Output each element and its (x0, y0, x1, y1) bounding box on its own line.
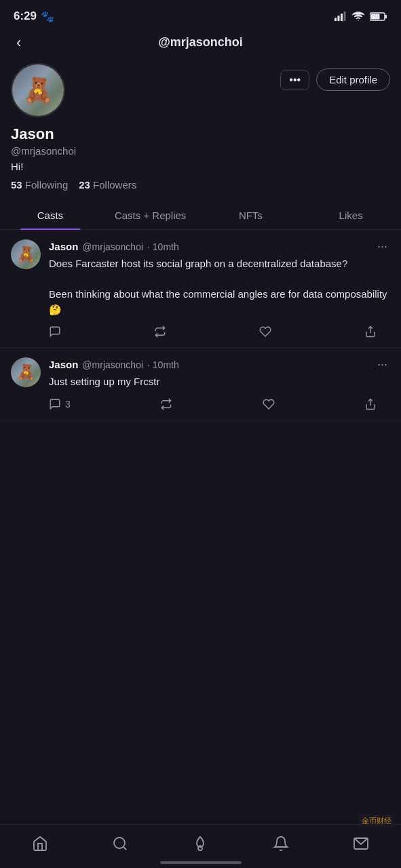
nav-messages[interactable] (342, 833, 380, 854)
search-icon (112, 835, 128, 852)
avatar: 🧸 (11, 63, 65, 117)
svg-rect-2 (341, 14, 343, 21)
cast-avatar: 🧸 (11, 239, 41, 269)
profile-section: 🧸 ••• Edit profile Jason @mrjasonchoi Hi… (0, 55, 401, 191)
cast-text: Just setting up my Frcstr (49, 374, 390, 390)
cast-handle: @mrjasonchoi (82, 359, 143, 370)
edit-profile-button[interactable]: Edit profile (316, 68, 390, 91)
wifi-icon (352, 12, 364, 21)
reply-count: 3 (65, 399, 71, 410)
home-icon (32, 835, 48, 852)
nav-fire[interactable] (181, 833, 219, 854)
signal-icon (335, 12, 347, 21)
cast-item: 🧸 Jason @mrjasonchoi · 10mth ··· Just se… (0, 348, 401, 420)
profile-bio: Hi! (11, 161, 390, 172)
svg-rect-0 (335, 18, 337, 21)
cast-actions: 3 (49, 398, 390, 410)
tabs-bar: Casts Casts + Replies NFTs Likes (0, 201, 401, 230)
more-button[interactable]: ••• (280, 70, 309, 90)
fire-icon (192, 835, 208, 852)
nav-home[interactable] (21, 833, 59, 854)
status-bar: 6:29 🐾 (0, 0, 401, 30)
bell-icon (273, 835, 289, 852)
following-stat: 53 Following (11, 179, 68, 191)
cast-author: Jason (49, 241, 78, 252)
svg-rect-3 (344, 12, 346, 21)
profile-top: 🧸 ••• Edit profile (11, 63, 390, 117)
paw-icon: 🐾 (41, 10, 54, 23)
like-button[interactable] (263, 398, 275, 410)
follow-stats: 53 Following 23 Followers (11, 179, 390, 191)
cast-more-button[interactable]: ··· (375, 357, 390, 372)
cast-content: Jason @mrjasonchoi · 10mth ··· Just sett… (49, 357, 390, 410)
cast-more-button[interactable]: ··· (375, 239, 390, 254)
avatar-image: 🧸 (12, 64, 64, 116)
nav-search[interactable] (101, 833, 139, 854)
cast-time: · 10mth (147, 359, 179, 370)
svg-point-10 (114, 837, 125, 848)
share-button[interactable] (364, 326, 377, 338)
home-indicator (160, 861, 242, 864)
profile-actions: ••• Edit profile (280, 68, 390, 91)
status-time: 6:29 (14, 9, 37, 23)
cast-avatar-image: 🧸 (11, 357, 41, 387)
like-button[interactable] (259, 326, 271, 338)
mail-icon (353, 835, 369, 852)
svg-rect-1 (338, 16, 340, 21)
watermark: 金币财经 (359, 814, 394, 827)
followers-stat: 23 Followers (79, 179, 136, 191)
cast-handle: @mrjasonchoi (82, 241, 143, 252)
cast-time: · 10mth (147, 241, 179, 252)
cast-author: Jason (49, 359, 78, 370)
battery-icon (370, 12, 387, 21)
svg-line-11 (123, 847, 126, 850)
profile-handle: @mrjasonchoi (11, 145, 390, 157)
cast-actions (49, 326, 390, 338)
header: ‹ @mrjasonchoi (0, 30, 401, 55)
cast-header: Jason @mrjasonchoi · 10mth ··· (49, 357, 390, 372)
cast-item: 🧸 Jason @mrjasonchoi · 10mth ··· Does Fa… (0, 230, 401, 348)
tab-casts[interactable]: Casts (0, 201, 100, 229)
header-title: @mrjasonchoi (158, 35, 243, 50)
cast-content: Jason @mrjasonchoi · 10mth ··· Does Farc… (49, 239, 390, 338)
cast-author-row: Jason @mrjasonchoi · 10mth (49, 359, 179, 370)
cast-text: Does Farcaster host its social graph on … (49, 256, 390, 317)
cast-author-row: Jason @mrjasonchoi · 10mth (49, 241, 179, 252)
share-button[interactable] (364, 398, 377, 410)
tab-casts-replies[interactable]: Casts + Replies (100, 201, 201, 229)
tab-nfts[interactable]: NFTs (201, 201, 301, 229)
svg-rect-7 (371, 14, 380, 19)
cast-avatar-image: 🧸 (11, 239, 41, 269)
svg-point-4 (358, 20, 359, 21)
profile-name: Jason (11, 125, 390, 143)
cast-header: Jason @mrjasonchoi · 10mth ··· (49, 239, 390, 254)
nav-notifications[interactable] (262, 833, 300, 854)
tab-likes[interactable]: Likes (301, 201, 401, 229)
svg-rect-6 (385, 15, 387, 18)
recast-button[interactable] (154, 326, 166, 338)
recast-button[interactable] (160, 398, 172, 410)
reply-button[interactable]: 3 (49, 398, 71, 410)
status-icons (335, 12, 387, 21)
back-button[interactable]: ‹ (11, 31, 26, 54)
cast-avatar: 🧸 (11, 357, 41, 387)
reply-button[interactable] (49, 326, 61, 338)
